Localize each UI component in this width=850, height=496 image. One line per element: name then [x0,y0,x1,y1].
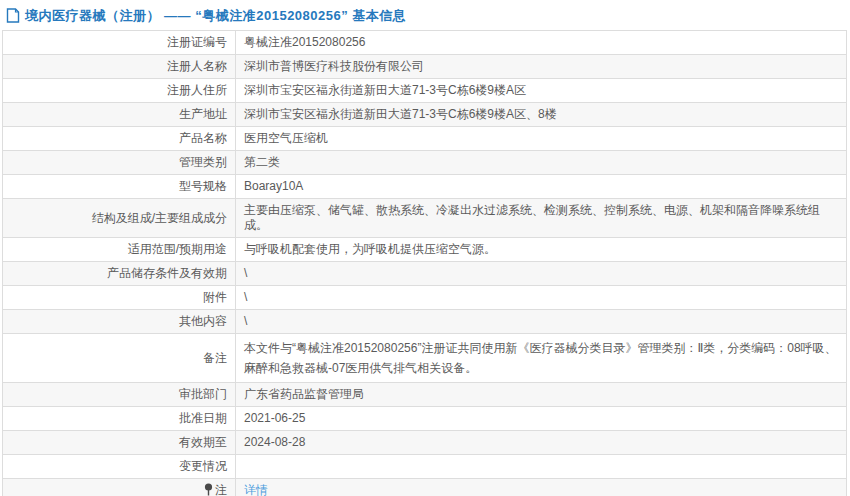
row-label: 结构及组成/主要组成成分 [3,199,236,238]
row-value: 与呼吸机配套使用，为呼吸机提供压缩空气源。 [236,238,847,262]
table-row-production-address: 生产地址 深圳市宝安区福永街道新田大道71-3号C栋6楼9楼A区、8楼 [3,103,847,127]
row-value: \ [236,286,847,310]
table-row-product-name: 产品名称 医用空气压缩机 [3,127,847,151]
row-label: 其他内容 [3,310,236,334]
note-label-text: 注 [215,483,227,496]
row-value: Boaray10A [236,175,847,199]
row-value: 第二类 [236,151,847,175]
registration-info-table: 注册证编号 粤械注准20152080256 注册人名称 深圳市普博医疗科技股份有… [2,30,847,496]
table-row-note: 注 详情 [3,479,847,496]
row-label: 适用范围/预期用途 [3,238,236,262]
table-row-storage-validity: 产品储存条件及有效期 \ [3,262,847,286]
detail-link[interactable]: 详情 [244,483,268,496]
table-row-valid-until: 有效期至 2024-08-28 [3,431,847,455]
page-title: 境内医疗器械（注册） —— “粤械注准20152080256” 基本信息 [25,7,406,25]
table-row-approval-date: 批准日期 2021-06-25 [3,407,847,431]
row-value: \ [236,310,847,334]
row-value: 广东省药品监督管理局 [236,383,847,407]
row-label: 注 [3,479,236,496]
document-icon [6,8,20,23]
row-label: 注册人住所 [3,79,236,103]
row-label: 附件 [3,286,236,310]
row-value: 主要由压缩泵、储气罐、散热系统、冷凝出水过滤系统、检测系统、控制系统、电源、机架… [236,199,847,238]
table-row-registration-number: 注册证编号 粤械注准20152080256 [3,31,847,55]
row-label: 有效期至 [3,431,236,455]
row-value [236,455,847,479]
table-row-structure-composition: 结构及组成/主要组成成分 主要由压缩泵、储气罐、散热系统、冷凝出水过滤系统、检测… [3,199,847,238]
row-value: 2021-06-25 [236,407,847,431]
row-value: 深圳市普博医疗科技股份有限公司 [236,55,847,79]
row-label: 注册人名称 [3,55,236,79]
row-value: 医用空气压缩机 [236,127,847,151]
table-row-change-status: 变更情况 [3,455,847,479]
table-row-registrant-name: 注册人名称 深圳市普博医疗科技股份有限公司 [3,55,847,79]
row-label: 批准日期 [3,407,236,431]
table-row-other-content: 其他内容 \ [3,310,847,334]
row-value: 本文件与“粤械注准20152080256”注册证共同使用新《医疗器械分类目录》管… [236,334,847,383]
table-row-remark: 备注 本文件与“粤械注准20152080256”注册证共同使用新《医疗器械分类目… [3,334,847,383]
row-label: 产品名称 [3,127,236,151]
row-value: 粤械注准20152080256 [236,31,847,55]
table-row-intended-use: 适用范围/预期用途 与呼吸机配套使用，为呼吸机提供压缩空气源。 [3,238,847,262]
row-value: 深圳市宝安区福永街道新田大道71-3号C栋6楼9楼A区、8楼 [236,103,847,127]
row-label: 备注 [3,334,236,383]
row-label: 审批部门 [3,383,236,407]
row-label: 型号规格 [3,175,236,199]
table-row-model-spec: 型号规格 Boaray10A [3,175,847,199]
row-label: 注册证编号 [3,31,236,55]
pin-icon [204,483,213,496]
row-value: 2024-08-28 [236,431,847,455]
row-label: 变更情况 [3,455,236,479]
page-header: 境内医疗器械（注册） —— “粤械注准20152080256” 基本信息 [0,0,850,30]
row-label: 生产地址 [3,103,236,127]
row-label: 管理类别 [3,151,236,175]
table-row-attachment: 附件 \ [3,286,847,310]
row-label: 产品储存条件及有效期 [3,262,236,286]
row-value: \ [236,262,847,286]
table-row-approval-department: 审批部门 广东省药品监督管理局 [3,383,847,407]
table-row-management-category: 管理类别 第二类 [3,151,847,175]
row-value: 深圳市宝安区福永街道新田大道71-3号C栋6楼9楼A区 [236,79,847,103]
table-row-registrant-address: 注册人住所 深圳市宝安区福永街道新田大道71-3号C栋6楼9楼A区 [3,79,847,103]
